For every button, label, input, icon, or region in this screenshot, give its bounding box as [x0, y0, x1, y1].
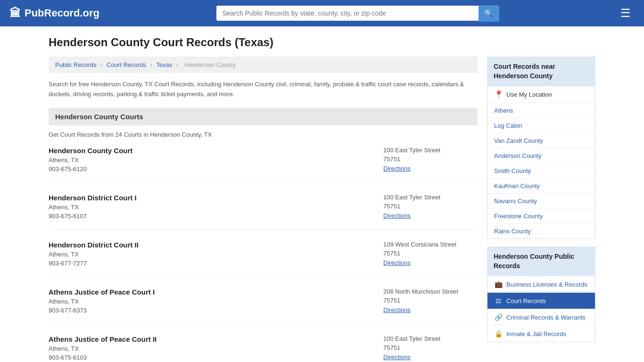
site-logo[interactable]: 🏛 PubRecord.org	[9, 7, 99, 20]
court-info: Henderson District Court I Athens, TX 90…	[49, 194, 383, 220]
site-header: 🏛 PubRecord.org 🔍 ☰	[0, 0, 644, 26]
record-icon: 💼	[494, 280, 503, 288]
court-phone: 903-675-6103	[49, 354, 383, 361]
court-city: Athens, TX	[49, 345, 383, 352]
court-entry: Henderson District Court I Athens, TX 90…	[49, 194, 478, 230]
record-icon: 🔒	[494, 330, 503, 337]
record-icon: ⚖	[494, 297, 503, 304]
breadcrumb-texas[interactable]: Texas	[156, 61, 172, 68]
nearby-item[interactable]: Navarro County	[487, 194, 595, 209]
court-zip: 75751	[383, 297, 478, 304]
logo-text: PubRecord.org	[25, 7, 99, 19]
search-input[interactable]	[216, 6, 479, 21]
record-icon: 🔗	[494, 313, 503, 321]
courts-section-header: Henderson County Courts	[49, 108, 478, 125]
nearby-item[interactable]: Van Zandt County	[487, 133, 595, 148]
nearby-item[interactable]: Athens	[487, 103, 595, 118]
use-location-item[interactable]: 📍 Use My Location	[487, 86, 595, 103]
nearby-header: Court Records near Henderson County	[487, 57, 595, 86]
record-label: Court Records	[506, 297, 546, 304]
breadcrumb-sep-1: ›	[100, 61, 102, 68]
nearby-item[interactable]: Log Cabin	[487, 118, 595, 133]
court-city: Athens, TX	[49, 156, 383, 164]
court-zip: 75751	[383, 250, 478, 257]
public-records-list: 💼Business Licenses & Records⚖Court Recor…	[487, 276, 595, 342]
court-phone: 903-677-7277	[49, 260, 383, 267]
nearby-items-container: AthensLog CabinVan Zandt CountyAnderson …	[487, 103, 595, 239]
court-info: Athens Justice of Peace Court I Athens, …	[49, 288, 383, 314]
record-label: Criminal Records & Warrants	[506, 314, 586, 321]
breadcrumb: Public Records › Court Records › Texas ›…	[49, 57, 478, 73]
content-layout: Public Records › Court Records › Texas ›…	[49, 57, 595, 362]
breadcrumb-sep-2: ›	[150, 61, 152, 68]
courts-section-desc: Get Court Records from 24 Courts in Hend…	[49, 131, 478, 138]
breadcrumb-henderson: Henderson County	[185, 61, 236, 68]
directions-link[interactable]: Directions	[383, 259, 411, 266]
use-location-label: Use My Location	[506, 91, 552, 98]
court-address: 100 East Tyler Street 75751 Directions	[383, 194, 478, 220]
court-street: 109 West Corsicana Street	[383, 241, 478, 248]
court-address: 100 East Tyler Street 75751 Directions	[383, 147, 478, 173]
record-label: Inmate & Jail Records	[506, 330, 566, 337]
court-info: Henderson County Court Athens, TX 903-67…	[49, 147, 383, 173]
page-title: Henderson County Court Records (Texas)	[49, 36, 595, 49]
court-zip: 75751	[383, 344, 478, 351]
directions-link[interactable]: Directions	[383, 212, 411, 219]
court-phone: 903-677-6373	[49, 307, 383, 314]
public-record-item[interactable]: ⚖Court Records	[487, 293, 595, 309]
search-button[interactable]: 🔍	[479, 5, 499, 22]
court-info: Henderson District Court II Athens, TX 9…	[49, 241, 383, 267]
public-record-item[interactable]: 💼Business Licenses & Records	[487, 276, 595, 293]
court-street: 206 North Murchison Street	[383, 288, 478, 295]
court-street: 100 East Tyler Street	[383, 147, 478, 154]
court-street: 100 East Tyler Street	[383, 194, 478, 201]
nearby-item[interactable]: Anderson County	[487, 148, 595, 164]
court-entry: Henderson County Court Athens, TX 903-67…	[49, 147, 478, 182]
court-zip: 75751	[383, 203, 478, 210]
court-phone: 903-675-6120	[49, 165, 383, 173]
court-entry: Henderson District Court II Athens, TX 9…	[49, 241, 478, 277]
location-icon: 📍	[494, 90, 504, 99]
court-entry: Athens Justice of Peace Court II Athens,…	[49, 335, 478, 362]
search-bar: 🔍	[216, 5, 499, 22]
sidebar: Court Records near Henderson County 📍 Us…	[487, 57, 595, 342]
breadcrumb-court-records[interactable]: Court Records	[107, 61, 146, 68]
court-zip: 75751	[383, 156, 478, 163]
public-records-header: Henderson County Public Records	[487, 247, 595, 276]
court-city: Athens, TX	[49, 251, 383, 258]
court-phone: 903-675-6107	[49, 213, 383, 220]
directions-link[interactable]: Directions	[383, 165, 411, 172]
court-info: Athens Justice of Peace Court II Athens,…	[49, 335, 383, 361]
court-address: 109 West Corsicana Street 75751 Directio…	[383, 241, 478, 267]
court-name: Athens Justice of Peace Court II	[49, 335, 383, 343]
nearby-item[interactable]: Freestone County	[487, 209, 595, 224]
court-list: Henderson County Court Athens, TX 903-67…	[49, 147, 478, 362]
record-label: Business Licenses & Records	[506, 281, 587, 288]
court-street: 100 East Tyler Street	[383, 335, 478, 342]
directions-link[interactable]: Directions	[383, 306, 411, 313]
breadcrumb-sep-3: ›	[176, 61, 178, 68]
court-name: Athens Justice of Peace Court I	[49, 288, 383, 296]
breadcrumb-public-records[interactable]: Public Records	[55, 61, 96, 68]
page-description: Search for free Henderson County, TX Cou…	[49, 80, 478, 99]
public-record-item[interactable]: 🔗Criminal Records & Warrants	[487, 309, 595, 326]
court-address: 100 East Tyler Street 75751 Directions	[383, 335, 478, 361]
menu-button[interactable]: ☰	[617, 5, 635, 22]
public-record-item[interactable]: 🔒Inmate & Jail Records	[487, 326, 595, 342]
court-city: Athens, TX	[49, 204, 383, 211]
court-entry: Athens Justice of Peace Court I Athens, …	[49, 288, 478, 324]
nearby-item[interactable]: Kaufman County	[487, 179, 595, 194]
main-content: Public Records › Court Records › Texas ›…	[49, 57, 478, 362]
directions-link[interactable]: Directions	[383, 354, 411, 361]
court-name: Henderson District Court II	[49, 241, 383, 249]
nearby-item[interactable]: Smith County	[487, 164, 595, 179]
nearby-list: 📍 Use My Location AthensLog CabinVan Zan…	[487, 86, 595, 239]
court-name: Henderson County Court	[49, 147, 383, 155]
court-city: Athens, TX	[49, 298, 383, 305]
logo-icon: 🏛	[9, 7, 21, 20]
court-address: 206 North Murchison Street 75751 Directi…	[383, 288, 478, 314]
main-container: Henderson County Court Records (Texas) P…	[39, 26, 605, 362]
court-name: Henderson District Court I	[49, 194, 383, 202]
nearby-item[interactable]: Rains County	[487, 224, 595, 239]
